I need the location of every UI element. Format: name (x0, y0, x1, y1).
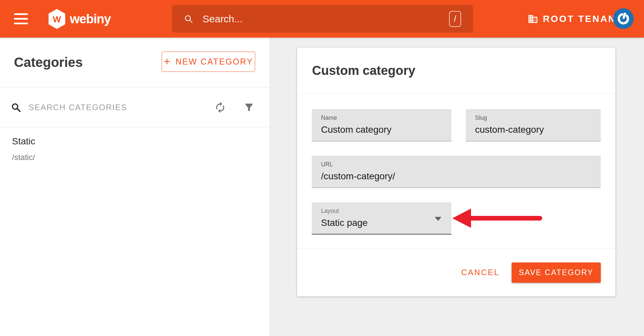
tenant-label: ROOT TENANT (543, 14, 623, 24)
webiny-logo[interactable]: W webiny (49, 9, 111, 29)
keyboard-shortcut-hint: / (449, 11, 461, 27)
name-field-label: Name (321, 114, 442, 121)
refresh-icon (214, 101, 226, 113)
dialog-actions: CANCEL SAVE CATEGORY (297, 248, 615, 296)
filter-icon (243, 102, 254, 113)
svg-text:W: W (53, 14, 61, 24)
name-field-input[interactable] (321, 124, 442, 135)
search-icon (11, 102, 21, 113)
content-area: Custom category Name Slug URL (269, 38, 644, 336)
slug-field-input[interactable] (475, 124, 591, 135)
cancel-button[interactable]: CANCEL (459, 264, 501, 280)
url-field-input[interactable] (321, 171, 591, 182)
filter-button[interactable] (243, 102, 254, 113)
dialog-header: Custom category (297, 48, 615, 94)
menu-icon[interactable] (14, 13, 28, 24)
global-search-input[interactable] (203, 13, 449, 25)
brand-wordmark: webiny (70, 12, 111, 26)
url-field-label: URL (321, 161, 591, 168)
building-icon (528, 14, 538, 24)
refresh-button[interactable] (214, 101, 226, 113)
webiny-hexagon-icon: W (49, 9, 65, 29)
page-title: Categories (14, 55, 83, 70)
slug-field-label: Slug (475, 114, 591, 121)
search-icon (184, 14, 193, 24)
top-app-bar: W webiny / ROOT TENANT (0, 0, 644, 38)
category-search-input[interactable] (29, 103, 214, 112)
dialog-form: Name Slug URL Layout (297, 94, 615, 235)
app: W webiny / ROOT TENANT (0, 0, 644, 336)
custom-category-dialog: Custom category Name Slug URL (297, 48, 615, 296)
layout-select[interactable]: Layout Static page (312, 202, 451, 235)
dialog-title: Custom category (312, 64, 415, 78)
name-field[interactable]: Name (312, 109, 451, 141)
category-name: Static (12, 136, 269, 147)
category-url: /static/ (12, 153, 269, 162)
layout-selected-value: Static page (321, 218, 368, 228)
annotation-arrow-icon (450, 207, 546, 230)
save-category-button[interactable]: SAVE CATEGORY (512, 262, 601, 283)
url-field[interactable]: URL (312, 156, 601, 188)
category-list-item[interactable]: Static /static/ (0, 127, 269, 162)
category-search-bar (0, 87, 269, 127)
slug-field[interactable]: Slug (466, 109, 601, 141)
tenant-selector[interactable]: ROOT TENANT (528, 0, 623, 38)
categories-header: Categories + NEW CATEGORY (0, 38, 269, 87)
user-avatar[interactable] (613, 8, 634, 29)
plus-icon: + (164, 56, 170, 67)
layout-select-label: Layout (321, 208, 442, 215)
categories-panel: Categories + NEW CATEGORY (0, 38, 269, 336)
power-icon (616, 11, 631, 26)
chevron-down-icon (435, 217, 441, 221)
new-category-button[interactable]: + NEW CATEGORY (162, 52, 255, 72)
global-search[interactable]: / (172, 5, 473, 33)
